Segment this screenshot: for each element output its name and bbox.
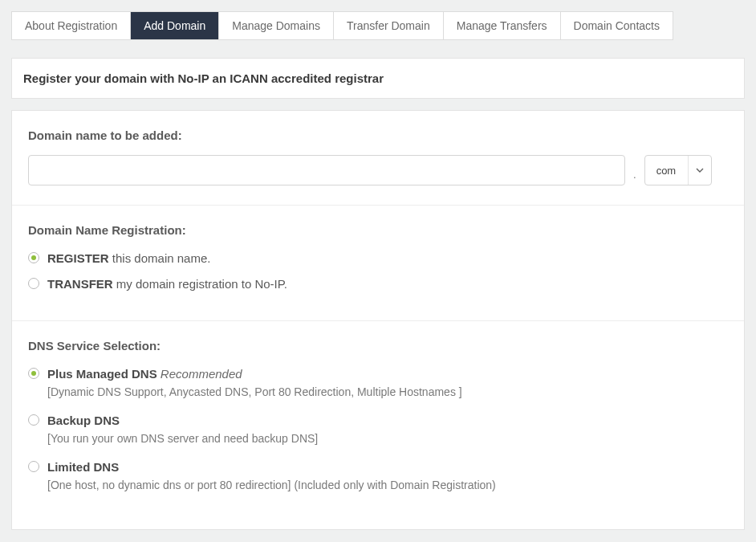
registration-label: Domain Name Registration: (28, 223, 728, 237)
tab-domain-contacts[interactable]: Domain Contacts (561, 12, 673, 39)
domain-name-input[interactable] (28, 155, 625, 185)
tab-about-registration[interactable]: About Registration (12, 12, 131, 39)
radio-plus-label: Plus Managed DNS Recommended [Dynamic DN… (47, 365, 462, 401)
domain-name-label: Domain name to be added: (28, 128, 728, 142)
section-registration: Domain Name Registration: REGISTER this … (12, 206, 744, 321)
section-dns-selection: DNS Service Selection: Plus Managed DNS … (12, 321, 744, 513)
radio-limited-label: Limited DNS [One host, no dynamic dns or… (47, 458, 496, 494)
radio-transfer[interactable]: TRANSFER my domain registration to No-IP… (28, 275, 728, 293)
radio-register-label: REGISTER this domain name. (47, 250, 210, 267)
tld-value: com (645, 156, 689, 185)
radio-input-transfer[interactable] (28, 278, 39, 289)
radio-register[interactable]: REGISTER this domain name. (28, 250, 728, 267)
radio-backup-dns[interactable]: Backup DNS [You run your own DNS server … (28, 412, 728, 447)
tld-select[interactable]: com (644, 155, 712, 185)
tab-add-domain[interactable]: Add Domain (131, 12, 219, 39)
tab-manage-transfers[interactable]: Manage Transfers (444, 12, 561, 39)
tab-transfer-domain[interactable]: Transfer Domain (334, 12, 444, 39)
radio-transfer-label: TRANSFER my domain registration to No-IP… (47, 275, 287, 293)
domain-input-row: . com (28, 155, 728, 185)
radio-limited-desc: [One host, no dynamic dns or port 80 red… (47, 477, 496, 493)
radio-input-plus[interactable] (28, 368, 39, 379)
radio-input-backup[interactable] (28, 414, 39, 426)
dns-selection-label: DNS Service Selection: (28, 339, 728, 353)
section-domain-name: Domain name to be added: . com (12, 111, 744, 206)
radio-plus-managed-dns[interactable]: Plus Managed DNS Recommended [Dynamic DN… (28, 365, 728, 401)
chevron-down-icon[interactable] (689, 156, 711, 185)
radio-input-register[interactable] (28, 252, 39, 263)
tab-manage-domains[interactable]: Manage Domains (219, 12, 334, 39)
page-title: Register your domain with No-IP an ICANN… (11, 58, 745, 99)
tab-bar: About Registration Add Domain Manage Dom… (11, 11, 673, 40)
radio-plus-desc: [Dynamic DNS Support, Anycasted DNS, Por… (47, 384, 462, 400)
radio-backup-label: Backup DNS [You run your own DNS server … (47, 412, 318, 447)
radio-input-limited[interactable] (28, 461, 39, 472)
radio-limited-dns[interactable]: Limited DNS [One host, no dynamic dns or… (28, 458, 728, 494)
radio-backup-desc: [You run your own DNS server and need ba… (47, 430, 318, 446)
domain-dot: . (632, 169, 638, 185)
form-panel: Domain name to be added: . com Domain Na… (11, 110, 745, 530)
